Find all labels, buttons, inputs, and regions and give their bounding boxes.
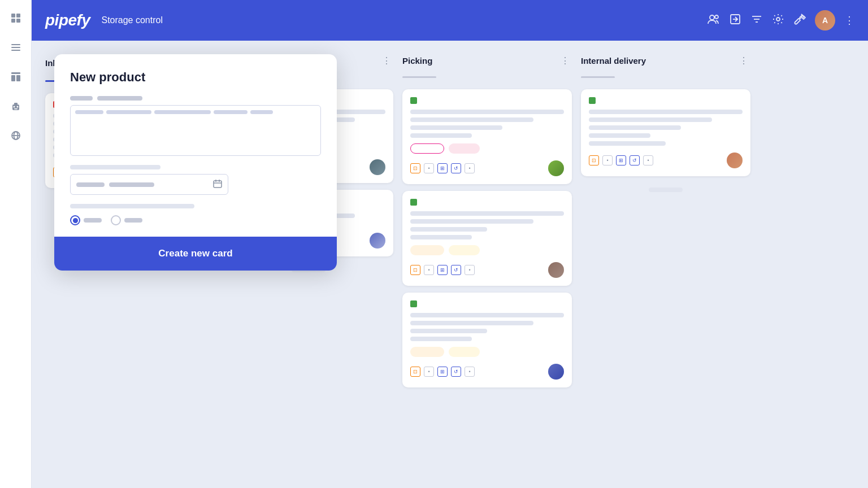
card-avatar-2 [370,159,385,175]
svg-point-12 [13,106,15,108]
more-icon[interactable]: ⋮ [844,14,854,27]
card-icon-4: ↺ [451,265,461,275]
header-title: Storage control [101,15,163,25]
card-picking-3[interactable]: ⊡ • ⊞ ↺ • [402,293,572,387]
card-icon-5: • [465,367,475,377]
svg-rect-7 [11,72,20,74]
kanban-board: Inbound + ⋮ [32,41,868,488]
svg-rect-3 [16,19,20,23]
card-footer: ⊡ • ⊞ ↺ • [410,160,564,176]
svg-rect-5 [11,47,20,48]
pill-yellow [449,245,480,255]
pill-pink [410,143,444,154]
svg-point-25 [776,18,780,21]
card-icon-2: • [602,155,613,165]
column-line-picking [402,76,436,78]
date-field-label [70,165,321,169]
modal-title: New product [70,70,321,85]
radio-option-1[interactable] [70,215,102,225]
card-icon-1: ⊡ [410,367,420,377]
card-icon-2: • [424,163,434,173]
card-internal-1[interactable]: ⊡ • ⊞ ↺ • [581,89,750,176]
svg-rect-26 [214,181,222,188]
pill-yellow [449,347,480,357]
sidebar [0,0,32,488]
users-icon[interactable] [708,13,720,28]
svg-rect-14 [14,108,18,110]
card-icon-2: • [424,367,434,377]
card-icon-3: ⊞ [437,163,448,173]
card-avatar-5 [548,262,564,278]
column-picking: Picking ⋮ ⊡ • ⊞ [402,54,572,474]
settings-icon[interactable] [772,13,784,28]
svg-point-13 [16,106,18,108]
card-icon-2: • [424,265,434,275]
modal-textarea[interactable] [70,105,321,156]
card-icon-4: ↺ [451,163,461,173]
date-input[interactable] [70,174,228,195]
card-icon-3: ⊞ [616,155,626,165]
card-avatar-3 [370,233,385,249]
sidebar-icon-grid[interactable] [7,9,25,27]
card-picking-1[interactable]: ⊡ • ⊞ ↺ • [402,89,572,184]
logo: pipefy [45,11,90,29]
card-icon-5: • [643,155,653,165]
card-icon-1: ⊡ [410,163,420,173]
card-footer: ⊡ • ⊞ ↺ • [410,364,564,380]
card-footer: ⊡ • ⊞ ↺ • [410,262,564,278]
column-header-picking: Picking ⋮ [402,54,572,67]
filter-icon[interactable] [750,13,763,28]
card-icon-4: ↺ [630,155,640,165]
card-avatar-6 [548,364,564,380]
svg-rect-0 [11,14,15,18]
column-menu-picking[interactable]: ⋮ [558,54,572,67]
new-product-modal: New product [54,54,337,271]
header-actions: A ⋮ [708,10,854,30]
column-title-internal: Internal delivery [581,56,732,66]
svg-rect-9 [16,75,20,81]
field-label-1 [70,96,321,101]
wrench-icon[interactable] [793,13,806,28]
svg-rect-4 [11,44,20,45]
card-icon-5: • [465,265,475,275]
create-card-label: Create new card [158,248,232,259]
sidebar-icon-list[interactable] [7,38,25,56]
svg-point-19 [715,15,718,19]
pill-orange [410,347,444,357]
card-avatar-7 [727,152,743,168]
radio-unselected[interactable] [111,215,121,225]
card-icon-3: ⊞ [437,265,448,275]
radio-row [70,215,321,225]
radio-selected[interactable] [70,215,80,225]
sidebar-icon-table[interactable] [7,68,25,86]
sidebar-icon-globe[interactable] [7,127,25,145]
card-icon-3: ⊞ [437,367,448,377]
svg-rect-1 [16,14,20,18]
svg-rect-11 [14,103,18,105]
sidebar-icon-robot[interactable] [7,97,25,115]
create-card-button[interactable]: Create new card [54,237,337,271]
radio-option-2[interactable] [111,215,142,225]
card-avatar-4 [548,160,564,176]
pill-filled-pink [449,143,480,154]
calendar-icon [213,179,222,190]
card-icon-1: ⊡ [589,155,599,165]
export-icon[interactable] [729,13,741,28]
column-menu-internal[interactable]: ⋮ [737,54,750,67]
card-footer: ⊡ • ⊞ ↺ • [589,152,743,168]
card-icon-4: ↺ [451,367,461,377]
main-content: pipefy Storage control [32,0,868,488]
column-title-picking: Picking [402,56,554,66]
user-avatar[interactable]: A [815,10,835,30]
svg-rect-2 [11,19,15,23]
column-line-internal [581,76,615,78]
logo-icon: pipefy [45,11,90,29]
radio-field-label [70,204,321,208]
card-icon-1: ⊡ [410,265,420,275]
svg-rect-8 [11,75,15,81]
column-menu-storage[interactable]: ⋮ [380,54,393,67]
column-header-internal: Internal delivery ⋮ [581,54,750,67]
pill-orange [410,245,444,255]
app-header: pipefy Storage control [32,0,868,41]
card-picking-2[interactable]: ⊡ • ⊞ ↺ • [402,191,572,286]
